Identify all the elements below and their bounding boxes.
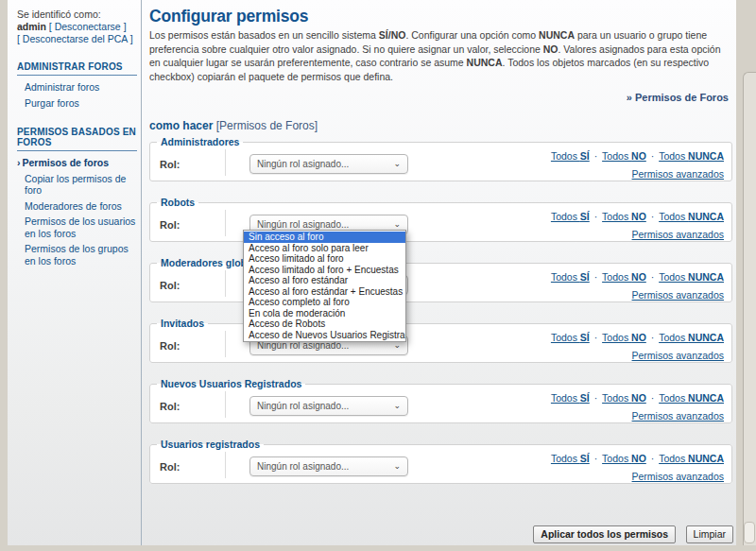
set-all-link[interactable]: Todos SÍ (551, 453, 590, 464)
dropdown-option[interactable]: Acceso al foro estándar (244, 275, 405, 286)
set-all-link[interactable]: Todos NUNCA (659, 332, 724, 343)
dropdown-option[interactable]: Acceso al foro solo para leer (244, 243, 405, 254)
chevron-down-icon: ⌄ (393, 402, 401, 410)
role-select-open-dropdown: Sin acceso al foroAcceso al foro solo pa… (243, 230, 406, 342)
description-text: . Configurar una opción como (405, 29, 539, 41)
set-all-link[interactable]: Todos SÍ (551, 332, 590, 343)
role-label: Rol: (160, 401, 180, 412)
description-text: NO (543, 43, 558, 55)
set-all-link-strong: SÍ (580, 392, 590, 404)
permission-group: InvitadosRol:Ningún rol asignado...⌄Todo… (149, 318, 732, 363)
set-all-link-strong: NO (631, 453, 646, 464)
description-text: NUNCA (539, 29, 575, 41)
role-select[interactable]: Ningún rol asignado...⌄ (249, 396, 408, 416)
role-label: Rol: (160, 159, 180, 170)
set-all-link[interactable]: Todos SÍ (551, 392, 590, 404)
role-select[interactable]: Ningún rol asignado...⌄ (249, 154, 408, 174)
advanced-permissions-link[interactable]: Permisos avanzados (632, 471, 724, 482)
set-all-link[interactable]: Todos NO (602, 150, 646, 162)
set-all-link-text: Todos (659, 271, 688, 283)
role-select-value: Ningún rol asignado... (257, 461, 349, 472)
sidebar-menu: ADMINISTRAR FOROSAdministrar forosPurgar… (17, 60, 137, 268)
advanced-permissions-link[interactable]: Permisos avanzados (632, 229, 724, 240)
section-bracket: [Permisos de Foros] (216, 119, 318, 132)
sidebar-section-header: PERMISOS BASADOS EN FOROS (17, 125, 137, 151)
login-status-label: Se identificó como: (17, 9, 137, 21)
set-all-link[interactable]: Todos NO (602, 453, 646, 464)
advanced-permissions-link[interactable]: Permisos avanzados (632, 289, 724, 301)
group-legend: Invitados (157, 318, 208, 329)
sidebar-item[interactable]: Moderadores de foros (17, 198, 137, 215)
advanced-link-row: Permisos avanzados (551, 407, 724, 425)
dropdown-option[interactable]: En cola de moderación (244, 308, 405, 319)
acp-window: Se identificó como: admin [ Desconectars… (0, 0, 756, 551)
field-divider (225, 270, 226, 297)
advanced-link-row: Permisos avanzados (551, 165, 724, 183)
dropdown-option[interactable]: Acceso al foro estándar + Encuestas (244, 286, 405, 298)
sidebar-item-label: Permisos de los grupos en los foros (25, 243, 129, 267)
set-all-link[interactable]: Todos NO (602, 332, 646, 343)
set-all-link[interactable]: Todos NUNCA (659, 453, 724, 464)
sidebar-item[interactable]: ›Permisos de foros (17, 155, 137, 171)
group-links: Todos SÍ · Todos NO · Todos NUNCAPermiso… (551, 208, 724, 244)
link-separator: · (592, 453, 600, 464)
set-all-link[interactable]: Todos NO (602, 271, 646, 283)
dropdown-option[interactable]: Acceso limitado al foro (244, 253, 405, 265)
set-all-link-text: Todos (551, 211, 580, 222)
advanced-permissions-link[interactable]: Permisos avanzados (632, 410, 724, 422)
logout-acp-link[interactable]: [ Desconectarse del PCA ] (17, 33, 133, 44)
set-all-link-strong: NUNCA (688, 271, 724, 283)
set-all-link[interactable]: Todos NUNCA (659, 392, 724, 404)
dropdown-option[interactable]: Sin acceso al foro (244, 232, 405, 243)
advanced-permissions-link[interactable]: Permisos avanzados (632, 350, 724, 361)
logout-link[interactable]: [ Desconectarse ] (49, 21, 127, 32)
bulk-links-row: Todos SÍ · Todos NO · Todos NUNCA (551, 450, 724, 468)
dropdown-option[interactable]: Acceso de Robots (244, 319, 405, 330)
sidebar: Se identificó como: admin [ Desconectars… (8, 0, 141, 545)
field-divider (225, 210, 226, 236)
role-select-value: Ningún rol asignado... (257, 219, 349, 230)
link-separator: · (648, 453, 657, 464)
sidebar-item-label: Purgar foros (25, 97, 79, 109)
set-all-link[interactable]: Todos NUNCA (659, 271, 724, 283)
logout-acp-line: [ Desconectarse del PCA ] (17, 33, 137, 45)
set-all-link-strong: NUNCA (688, 453, 724, 464)
sidebar-item-label: Permisos de foros (23, 157, 110, 168)
set-all-link[interactable]: Todos SÍ (551, 271, 590, 283)
set-all-link-text: Todos (659, 453, 688, 464)
role-select[interactable]: Ningún rol asignado...⌄ (249, 456, 408, 476)
advanced-permissions-link[interactable]: Permisos avanzados (632, 168, 724, 180)
set-all-link[interactable]: Todos NUNCA (659, 150, 724, 162)
dropdown-option[interactable]: Acceso completo al foro (244, 297, 405, 308)
chevron-down-icon: ⌄ (393, 160, 401, 168)
bulk-links-row: Todos SÍ · Todos NO · Todos NUNCA (551, 147, 724, 165)
scrollbar-thumb[interactable] (744, 522, 755, 543)
clear-button[interactable]: Limpiar (686, 525, 733, 543)
footer-buttons: Aplicar todos los permisos Limpiar (527, 525, 733, 543)
advanced-link-row: Permisos avanzados (551, 286, 724, 304)
set-all-link[interactable]: Todos NO (602, 211, 646, 222)
set-all-link-strong: SÍ (580, 332, 590, 343)
dropdown-option[interactable]: Acceso de Nuevos Usuarios Registrados (244, 330, 405, 341)
dropdown-option[interactable]: Acceso limitado al foro + Encuestas (244, 265, 405, 276)
set-all-link-strong: NUNCA (688, 392, 724, 404)
group-links: Todos SÍ · Todos NO · Todos NUNCAPermiso… (551, 450, 724, 486)
set-all-link[interactable]: Todos NO (602, 392, 646, 404)
sidebar-item[interactable]: Purgar foros (17, 95, 137, 112)
permission-group: AdministradoresRol:Ningún rol asignado..… (149, 136, 732, 181)
set-all-link-text: Todos (551, 332, 580, 343)
set-all-link[interactable]: Todos NUNCA (659, 211, 724, 222)
set-all-link[interactable]: Todos SÍ (551, 150, 590, 162)
sidebar-item[interactable]: Permisos de los grupos en los foros (17, 241, 137, 268)
set-all-link-text: Todos (602, 332, 631, 343)
sidebar-item[interactable]: Administrar foros (17, 79, 137, 95)
username: admin (17, 21, 46, 32)
apply-all-permissions-button[interactable]: Aplicar todos los permisos (533, 525, 676, 543)
link-separator: · (592, 150, 600, 162)
set-all-link-strong: NUNCA (688, 150, 724, 162)
scrollbar-track[interactable] (743, 72, 756, 545)
sidebar-item[interactable]: Copiar los permisos de foro (17, 171, 137, 198)
sidebar-item[interactable]: Permisos de los usuarios en los foros (17, 214, 137, 241)
set-all-link[interactable]: Todos SÍ (551, 211, 590, 222)
field-divider (225, 149, 226, 176)
